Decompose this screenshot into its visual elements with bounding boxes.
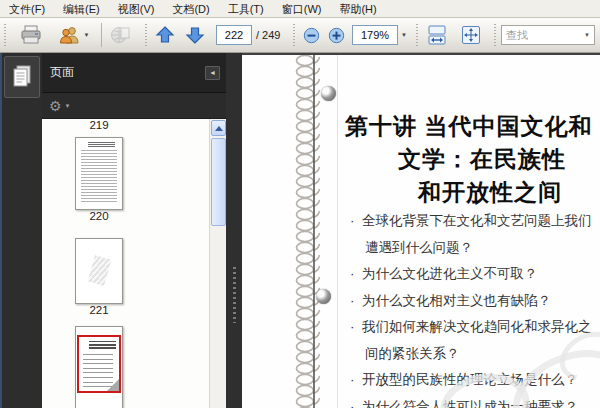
pages-panel: 页面 ◄ ⚙ ▼ (42, 53, 226, 408)
current-view-highlight (77, 335, 121, 393)
plus-circle-icon (328, 27, 345, 44)
next-page-button[interactable] (182, 21, 208, 49)
document-page[interactable]: 第十讲 当代中国文化和文学：在民族性和开放性之间 · 全球化背景下在文化和文艺问… (242, 55, 600, 408)
bullet-text: 为什么文化相对主义也有缺陷？ (362, 288, 551, 315)
menu-item[interactable]: 文档(D) (163, 0, 218, 18)
page-margin-line (337, 55, 338, 408)
thumbnail-item: 222 (75, 326, 123, 408)
collaboration-button (106, 21, 136, 49)
arrow-up-icon (155, 25, 175, 45)
slide-bullet-line: · 为什么文化相对主义也有缺陷？ (350, 288, 592, 315)
zoom-out-button[interactable] (300, 21, 322, 49)
slide-bullet-line: · 全球化背景下在文化和文艺问题上我们 (350, 208, 592, 235)
document-pane: 第十讲 当代中国文化和文学：在民族性和开放性之间 · 全球化背景下在文化和文艺问… (242, 53, 600, 408)
pages-panel-body: 219 220 (42, 119, 226, 408)
slide-bullet-line: · 为什么文化进化主义不可取？ (350, 261, 592, 288)
binder-ring-icon (316, 289, 331, 304)
previous-page-button[interactable] (152, 21, 178, 49)
menu-bar: 文件(F)编辑(E)视图(V)文档(D)工具(T)窗口(W)帮助(H) (0, 0, 600, 18)
slide-title-line: 文学：在民族性 (345, 143, 592, 176)
toolbar: ▼ (0, 18, 600, 53)
thumbnail-page-number: 220 (75, 210, 123, 223)
thumbnail-page-curl (107, 379, 119, 391)
find-box: ▼ (501, 25, 595, 45)
arrow-up-icon (215, 126, 223, 131)
menu-item[interactable]: 窗口(W) (273, 0, 331, 18)
page-total-label: / 249 (256, 29, 288, 41)
thumbnails-viewport: 219 220 (42, 119, 209, 408)
bullet-dot: · (350, 394, 362, 408)
slide-title-line: 和开放性之间 (345, 176, 592, 209)
fit-width-icon (426, 24, 448, 46)
pages-panel-options-row: ⚙ ▼ (42, 93, 226, 119)
thumbnail-mini-title (89, 341, 116, 350)
pages-icon (11, 64, 33, 90)
toolbar-grip[interactable] (415, 24, 419, 46)
pages-panel-button[interactable] (4, 56, 40, 98)
minus-circle-icon (303, 27, 320, 44)
find-input[interactable] (502, 27, 580, 43)
chevron-down-icon[interactable]: ▼ (401, 32, 407, 38)
share-review-button[interactable]: ▼ (55, 21, 93, 49)
menu-item[interactable]: 视图(V) (109, 0, 164, 18)
chevron-down-icon[interactable]: ▼ (65, 103, 71, 109)
bullet-dot: · (350, 288, 362, 315)
main-area: 页面 ◄ ⚙ ▼ (0, 53, 600, 408)
page-thumbnail[interactable] (75, 326, 123, 408)
toolbar-grip[interactable] (292, 24, 296, 46)
page-thumbnail[interactable] (75, 137, 123, 210)
panel-splitter[interactable] (226, 53, 242, 408)
thumbnail-item: 219 (75, 119, 123, 132)
globe-document-icon (110, 25, 132, 45)
bullet-dot: · (350, 367, 362, 394)
menu-item[interactable]: 帮助(H) (330, 0, 385, 18)
chevron-down-icon[interactable]: ▼ (580, 32, 594, 38)
thumbnail-page-number: 221 (75, 304, 123, 317)
bullet-text: 全球化背景下在文化和文艺问题上我们 (362, 208, 592, 235)
thumbnail-item: 221 (75, 238, 123, 317)
gear-icon[interactable]: ⚙ (49, 99, 62, 113)
bullet-dot: · (350, 208, 362, 235)
toolbar-grip[interactable] (144, 24, 148, 46)
print-button[interactable] (15, 21, 47, 49)
fit-width-button[interactable] (423, 21, 451, 49)
splitter-grip-icon (233, 267, 236, 323)
menu-item[interactable]: 文件(F) (0, 0, 54, 18)
people-icon (59, 26, 81, 44)
toolbar-separator (101, 23, 102, 47)
pages-panel-title: 页面 (48, 64, 205, 81)
zoom-level-input[interactable] (352, 25, 398, 45)
bullet-text: 为什么文化进化主义不可取？ (362, 261, 538, 288)
binder-ring-icon (321, 86, 336, 101)
collapse-panel-button[interactable]: ◄ (205, 66, 220, 80)
scrollbar-thumb[interactable] (211, 138, 226, 226)
navigation-icon-strip (0, 53, 42, 408)
slide-bullet-line: · 我们如何来解决文化趋同化和求异化之 (350, 314, 592, 341)
menu-item[interactable]: 工具(T) (219, 0, 273, 18)
pages-panel-header: 页面 ◄ (42, 53, 226, 93)
slide-title-line: 第十讲 当代中国文化和 (345, 110, 592, 143)
pdf-viewer-window: 文件(F)编辑(E)视图(V)文档(D)工具(T)窗口(W)帮助(H) (0, 0, 600, 408)
bullet-dot: · (350, 261, 362, 288)
zoom-control: ▼ (352, 24, 407, 46)
spiral-binding-graphic (292, 55, 326, 408)
toolbar-grip[interactable] (3, 24, 7, 46)
page-thumbnail[interactable] (75, 238, 123, 304)
printer-icon (20, 25, 42, 45)
zoom-in-button[interactable] (325, 21, 347, 49)
thumbnail-item: 220 (75, 137, 123, 223)
fit-page-button[interactable] (457, 21, 485, 49)
slide-title: 第十讲 当代中国文化和文学：在民族性和开放性之间 (345, 110, 592, 209)
thumbnails-scrollbar[interactable] (209, 119, 226, 408)
bullet-dot: · (350, 314, 362, 341)
arrow-down-icon (185, 25, 205, 45)
thumbnail-page-number: 219 (75, 119, 123, 132)
page-number-input[interactable] (216, 25, 252, 45)
chevron-down-icon: ▼ (84, 32, 90, 38)
scroll-up-button[interactable] (211, 120, 226, 136)
toolbar-grip[interactable] (493, 24, 497, 46)
menu-item[interactable]: 编辑(E) (54, 0, 109, 18)
thumbnail-list: 219 220 (75, 119, 123, 408)
bullet-text: 我们如何来解决文化趋同化和求异化之 (362, 314, 592, 341)
fit-page-icon (460, 24, 482, 46)
